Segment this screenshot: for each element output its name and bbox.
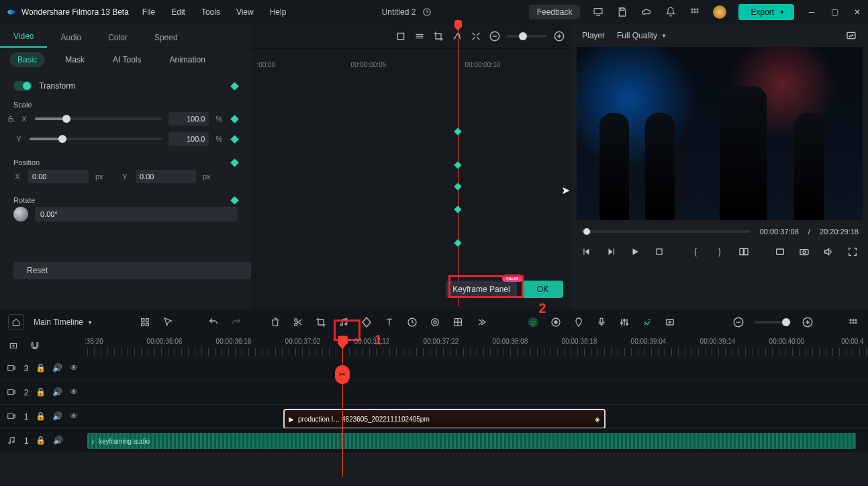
more-icon[interactable]	[474, 315, 487, 329]
maximize-button[interactable]: ▢	[829, 7, 840, 17]
timeline-playhead[interactable]: ✂	[342, 336, 343, 477]
keyframe-scale-x[interactable]	[231, 115, 240, 124]
rotate-value[interactable]: 0.00°	[35, 207, 238, 222]
lock-icon[interactable]	[7, 115, 16, 123]
fit-screen-icon[interactable]	[774, 246, 786, 258]
menu-edit[interactable]: Edit	[171, 7, 185, 17]
snapshot-icon[interactable]	[845, 30, 857, 42]
lane-a1[interactable]: ♪ keyframing audio	[87, 428, 868, 452]
subtab-animation[interactable]: Animation	[161, 52, 213, 67]
fullscreen-icon[interactable]	[847, 246, 859, 258]
save-icon[interactable]	[616, 6, 628, 18]
effects-icon[interactable]	[451, 315, 465, 329]
redo-icon[interactable]	[230, 315, 243, 329]
track-head-v1[interactable]: 1 🔒 🔊 👁	[0, 404, 87, 428]
mute-track-icon[interactable]: 🔊	[53, 436, 64, 446]
menu-help[interactable]: Help	[270, 7, 287, 17]
lock-track-icon[interactable]: 🔒	[36, 387, 46, 398]
delete-icon[interactable]	[269, 315, 282, 329]
kf-mode-icon[interactable]	[394, 30, 407, 43]
layout-icon[interactable]	[138, 315, 152, 329]
kf-crop-icon[interactable]	[432, 30, 445, 43]
ok-button[interactable]: OK	[522, 281, 563, 298]
volume-icon[interactable]	[822, 246, 834, 258]
mute-track-icon[interactable]: 🔊	[52, 363, 63, 374]
lane-v2[interactable]	[87, 380, 868, 404]
cloud-icon[interactable]	[640, 6, 653, 18]
lock-track-icon[interactable]: 🔒	[36, 436, 46, 446]
ai-icon[interactable]	[526, 315, 540, 329]
eye-icon[interactable]: 👁	[70, 387, 81, 398]
monitor-icon[interactable]	[592, 6, 604, 18]
timeline-dropdown[interactable]: Main Timeline▼	[34, 318, 93, 327]
subtab-ai-tools[interactable]: AI Tools	[105, 52, 149, 67]
tab-video[interactable]: Video	[0, 26, 47, 48]
zoom-in-icon[interactable]	[552, 30, 566, 43]
mark-in-icon[interactable]: {	[689, 246, 702, 258]
mixer-icon[interactable]	[618, 315, 631, 329]
scale-x-value[interactable]: 100.0	[168, 112, 209, 126]
keyframe-transform[interactable]	[231, 82, 240, 91]
track-head-a1[interactable]: 1 🔒 🔊	[0, 428, 87, 452]
tab-speed[interactable]: Speed	[141, 28, 191, 48]
track-head-v3[interactable]: 3 🔒 🔊 👁	[0, 356, 87, 380]
player-viewport[interactable]	[577, 47, 863, 220]
record-icon[interactable]	[549, 315, 563, 329]
track-options-icon[interactable]	[847, 315, 860, 329]
tl-zoom-in-icon[interactable]	[801, 315, 814, 329]
compare-icon[interactable]	[738, 246, 750, 258]
feedback-button[interactable]: Feedback	[529, 5, 581, 19]
kf-dot[interactable]	[454, 205, 462, 213]
audio-clip[interactable]: ♪ keyframing audio	[87, 433, 856, 449]
subtab-mask[interactable]: Mask	[57, 52, 93, 67]
tl-zoom-out-icon[interactable]	[732, 315, 745, 329]
speed-icon[interactable]	[405, 315, 419, 329]
kf-dot[interactable]	[454, 128, 462, 135]
mic-icon[interactable]	[595, 315, 608, 329]
reset-button[interactable]: Reset	[13, 262, 251, 279]
progress-bar[interactable]	[581, 230, 751, 233]
zoom-out-icon[interactable]	[488, 30, 501, 43]
tab-color[interactable]: Color	[95, 28, 141, 48]
transform-toggle[interactable]	[13, 81, 32, 91]
keyframe-rotate[interactable]	[231, 196, 240, 205]
crop-icon[interactable]	[314, 315, 328, 329]
render-icon[interactable]	[663, 315, 677, 329]
track-add-icon[interactable]	[7, 339, 20, 352]
prev-frame-icon[interactable]	[581, 246, 593, 258]
undo-icon[interactable]	[207, 315, 220, 329]
quality-dropdown[interactable]: Full Quality▼	[617, 31, 667, 40]
minimize-button[interactable]: ─	[806, 7, 817, 17]
play-icon[interactable]	[629, 246, 641, 258]
keyframe-scale-y[interactable]	[231, 135, 240, 144]
kf-dot[interactable]	[454, 183, 462, 190]
kf-dot[interactable]	[454, 161, 462, 168]
lane-v1[interactable]: ▶ production I… 4623605_2022111102405pm …	[87, 404, 868, 428]
home-button[interactable]	[8, 314, 24, 330]
scale-y-slider[interactable]	[30, 138, 162, 140]
apps-icon[interactable]	[689, 6, 701, 18]
position-x-value[interactable]: 0.00	[28, 170, 89, 183]
kf-center-icon[interactable]	[413, 30, 426, 43]
mute-track-icon[interactable]: 🔊	[52, 411, 63, 422]
eye-icon[interactable]: 👁	[70, 411, 81, 422]
close-button[interactable]: ✕	[852, 7, 863, 17]
kf-ruler[interactable]: :00:00 00:00:00:05 00:00:00:10	[251, 48, 571, 75]
camera-icon[interactable]	[798, 246, 810, 258]
keyframe-tool-icon[interactable]	[360, 315, 373, 329]
text-icon[interactable]	[383, 315, 396, 329]
kf-expand-icon[interactable]	[469, 30, 483, 43]
lane-v3[interactable]	[87, 356, 868, 380]
video-clip[interactable]: ▶ production I… 4623605_2022111102405pm …	[283, 409, 606, 429]
mark-out-icon[interactable]: }	[714, 246, 726, 258]
export-button[interactable]: Export▼	[738, 4, 794, 20]
rotate-knob[interactable]	[13, 207, 28, 222]
split-bubble-icon[interactable]: ✂	[335, 365, 350, 384]
history-icon[interactable]	[421, 6, 433, 18]
menu-view[interactable]: View	[236, 7, 254, 17]
lock-track-icon[interactable]: 🔒	[36, 363, 46, 374]
timeline-ruler[interactable]: :35:20 00:00:36:06 00:00:36:16 00:00:37:…	[87, 336, 868, 356]
scale-y-value[interactable]: 100.0	[168, 132, 209, 146]
bell-icon[interactable]	[665, 6, 677, 18]
kf-dot[interactable]	[454, 239, 462, 246]
